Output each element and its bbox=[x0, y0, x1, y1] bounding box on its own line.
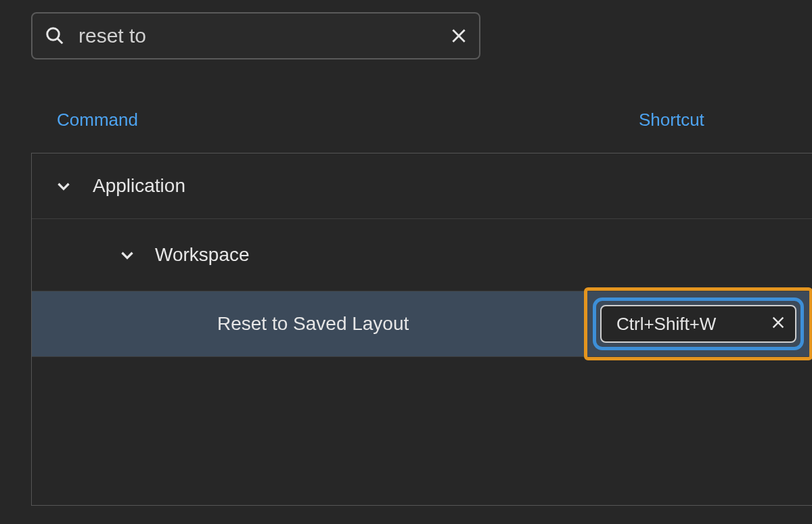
clear-search-icon[interactable] bbox=[438, 27, 479, 45]
search-input[interactable] bbox=[77, 24, 438, 48]
chevron-down-icon[interactable] bbox=[118, 246, 136, 264]
shortcut-text: Ctrl+Shift+W bbox=[616, 314, 771, 335]
tree-row-workspace[interactable]: Workspace bbox=[32, 219, 812, 291]
search-box[interactable] bbox=[31, 12, 480, 59]
svg-line-1 bbox=[58, 39, 62, 43]
shortcut-input[interactable]: Ctrl+Shift+W bbox=[600, 305, 796, 343]
shortcuts-table: Application Workspace Reset to Saved Lay… bbox=[31, 153, 812, 506]
chevron-down-icon[interactable] bbox=[55, 177, 72, 195]
column-header-shortcut[interactable]: Shortcut bbox=[639, 110, 704, 130]
tree-label-workspace: Workspace bbox=[155, 244, 250, 266]
clear-shortcut-icon[interactable] bbox=[771, 313, 786, 335]
column-header-command[interactable]: Command bbox=[57, 110, 138, 130]
tree-row-application[interactable]: Application bbox=[32, 153, 812, 219]
svg-point-0 bbox=[47, 28, 60, 41]
search-icon bbox=[32, 26, 77, 46]
column-headers: Command Shortcut bbox=[31, 110, 812, 137]
command-label-reset-to-saved-layout: Reset to Saved Layout bbox=[217, 313, 409, 335]
tree-label-application: Application bbox=[93, 175, 185, 197]
shortcut-highlight: Ctrl+Shift+W bbox=[584, 287, 812, 360]
tree-row-reset-to-saved-layout[interactable]: Reset to Saved Layout Ctrl+Shift+W bbox=[32, 291, 812, 357]
shortcut-focus-ring: Ctrl+Shift+W bbox=[593, 297, 804, 350]
